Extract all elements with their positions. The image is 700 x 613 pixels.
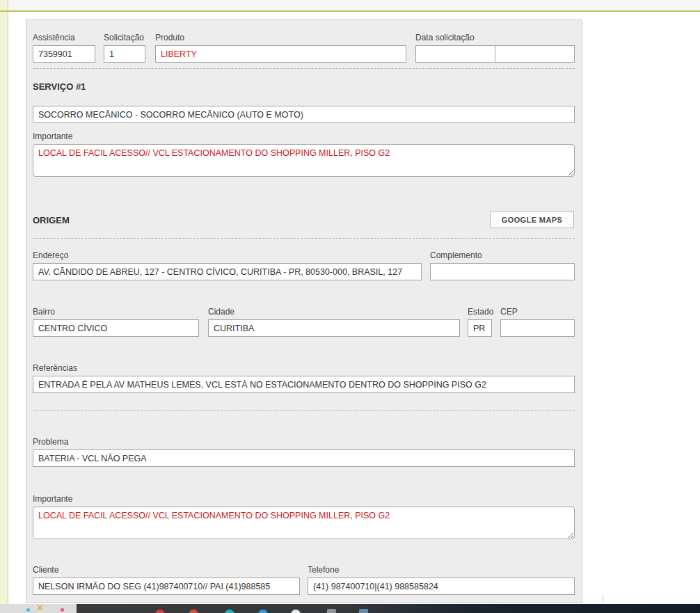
taskbar-left-section: ✕ <box>0 604 77 613</box>
servico-descricao-input[interactable] <box>33 106 575 123</box>
red-app-icon[interactable] <box>155 610 165 613</box>
field-solicitacao: Solicitação <box>104 33 145 63</box>
cep-input[interactable] <box>500 319 575 337</box>
orange-cross-icon[interactable]: ✕ <box>36 604 44 613</box>
data-solicitacao-label: Data solicitação <box>415 33 575 42</box>
referencias-label: Referências <box>33 363 575 373</box>
referencias-input[interactable] <box>33 376 575 393</box>
service-form-panel: Assistência Solicitação Produto Data sol… <box>26 19 582 603</box>
cep-label: CEP <box>500 307 575 317</box>
light-app-icon[interactable] <box>291 610 301 613</box>
bairro-label: Bairro <box>33 307 199 317</box>
field-data-solicitacao: Data solicitação <box>415 33 575 63</box>
produto-input[interactable] <box>155 45 406 63</box>
field-referencias: Referências <box>33 363 575 393</box>
field-importante-origem: Importante LOCAL DE FACIL ACESSO// VCL E… <box>33 494 575 539</box>
field-estado: Estado <box>468 307 492 337</box>
problema-label: Problema <box>33 437 575 447</box>
endereco-label: Endereço <box>33 250 422 260</box>
origem-section-title: ORIGEM <box>33 215 70 225</box>
accent-divider <box>0 10 700 12</box>
folder-icon[interactable] <box>327 609 336 613</box>
solicitacao-input[interactable] <box>104 45 145 63</box>
taskbar[interactable]: ✕ <box>0 604 700 613</box>
window-edge-line <box>603 595 603 604</box>
cliente-input[interactable] <box>33 578 300 595</box>
cyan-dot-icon[interactable] <box>26 608 30 612</box>
google-maps-button[interactable]: GOOGLE MAPS <box>490 211 574 228</box>
field-endereco: Endereço <box>33 250 422 280</box>
importante-textarea[interactable]: LOCAL DE FACIL ACESSO// VCL ESTACIONAMEN… <box>33 144 575 177</box>
complemento-input[interactable] <box>430 263 575 280</box>
cidade-input[interactable] <box>208 319 460 337</box>
field-cidade: Cidade <box>208 307 460 337</box>
endereco-input[interactable] <box>33 263 422 280</box>
divider-dashed <box>33 238 575 239</box>
data-solicitacao-date-input[interactable] <box>415 45 495 63</box>
orange-red-app-icon[interactable] <box>189 610 198 613</box>
cidade-label: Cidade <box>208 307 460 317</box>
pink-dot-icon[interactable] <box>61 608 64 612</box>
telefone-input[interactable] <box>308 578 575 595</box>
field-cep: CEP <box>500 307 575 337</box>
problema-input[interactable] <box>33 449 575 467</box>
field-servico-descricao <box>33 106 575 123</box>
blue-app-icon[interactable] <box>258 610 268 613</box>
data-solicitacao-time-input[interactable] <box>495 45 575 63</box>
importante-label: Importante <box>33 494 575 504</box>
cliente-label: Cliente <box>33 565 300 575</box>
servico-section-title: SERVIÇO #1 <box>33 81 86 92</box>
importante-textarea-2[interactable]: LOCAL DE FACIL ACESSO// VCL ESTACIONAMEN… <box>33 507 575 539</box>
divider-dashed <box>33 68 575 69</box>
solicitacao-label: Solicitação <box>104 33 145 42</box>
field-assistencia: Assistência <box>33 33 95 63</box>
top-strip <box>9 0 700 10</box>
complemento-label: Complemento <box>430 250 575 260</box>
window-app-icon[interactable] <box>359 609 368 613</box>
field-cliente: Cliente <box>33 565 300 595</box>
field-importante-servico: Importante LOCAL DE FACIL ACESSO// VCL E… <box>33 132 575 177</box>
field-complemento: Complemento <box>430 250 575 280</box>
field-problema: Problema <box>33 437 575 467</box>
assistencia-label: Assistência <box>33 33 95 42</box>
field-bairro: Bairro <box>33 307 199 337</box>
teal-app-icon[interactable] <box>225 610 234 613</box>
bairro-input[interactable] <box>33 319 199 337</box>
left-page-margin <box>0 0 8 604</box>
telefone-label: Telefone <box>308 565 575 575</box>
field-telefone: Telefone <box>308 565 575 595</box>
field-produto: Produto <box>155 33 406 63</box>
estado-label: Estado <box>468 307 492 317</box>
importante-label: Importante <box>33 132 575 141</box>
estado-input[interactable] <box>468 319 492 337</box>
assistencia-input[interactable] <box>33 45 95 63</box>
divider-dashed <box>33 410 575 411</box>
produto-label: Produto <box>155 33 406 42</box>
